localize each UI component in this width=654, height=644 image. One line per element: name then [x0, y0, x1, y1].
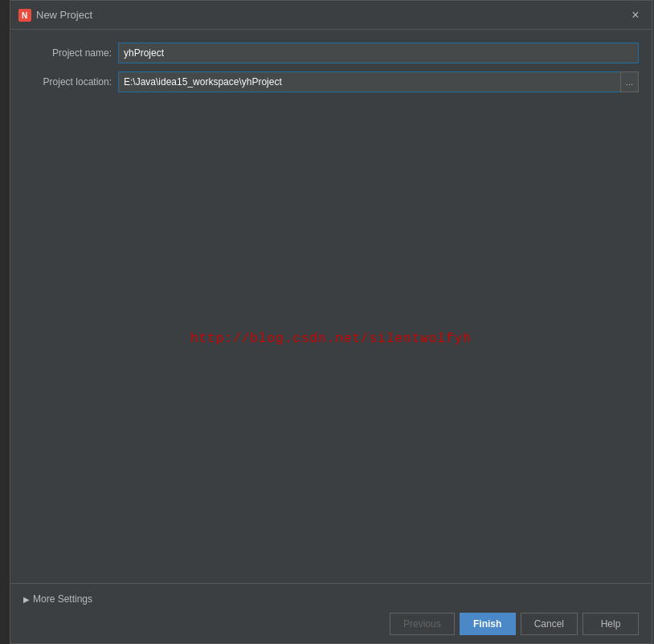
dialog-title: New Project — [36, 9, 92, 21]
new-project-dialog: N New Project × Project name: Project lo… — [10, 0, 652, 644]
project-location-row: Project location: ... — [23, 71, 639, 92]
main-content-area: http://blog.csdn.net/silentwolfyh — [23, 100, 639, 577]
dialog-app-icon: N — [18, 9, 31, 22]
footer-buttons: Previous Finish Cancel Help — [23, 613, 639, 635]
close-button[interactable]: × — [627, 7, 644, 23]
dialog-content: Project name: Project location: ... http… — [10, 30, 652, 583]
cancel-button[interactable]: Cancel — [521, 613, 578, 635]
project-name-row: Project name: — [23, 43, 639, 63]
project-location-input-group: ... — [118, 71, 639, 92]
title-left: N New Project — [18, 9, 92, 22]
project-location-input[interactable] — [118, 71, 620, 92]
more-settings-label: More Settings — [33, 593, 92, 605]
watermark-text: http://blog.csdn.net/silentwolfyh — [190, 332, 472, 346]
browse-button[interactable]: ... — [620, 71, 639, 92]
dialog-footer: ▶ More Settings Previous Finish Cancel H… — [10, 583, 652, 643]
finish-button[interactable]: Finish — [460, 613, 516, 635]
previous-button[interactable]: Previous — [390, 613, 455, 635]
ide-background-strip — [0, 0, 10, 644]
help-button[interactable]: Help — [582, 613, 639, 635]
project-name-input[interactable] — [118, 43, 639, 63]
project-name-label: Project name: — [23, 47, 112, 59]
project-location-label: Project location: — [23, 76, 112, 88]
more-settings-arrow-icon: ▶ — [23, 595, 30, 604]
dialog-titlebar: N New Project × — [10, 1, 652, 30]
more-settings-toggle[interactable]: ▶ More Settings — [23, 592, 639, 606]
svg-text:N: N — [22, 11, 27, 20]
